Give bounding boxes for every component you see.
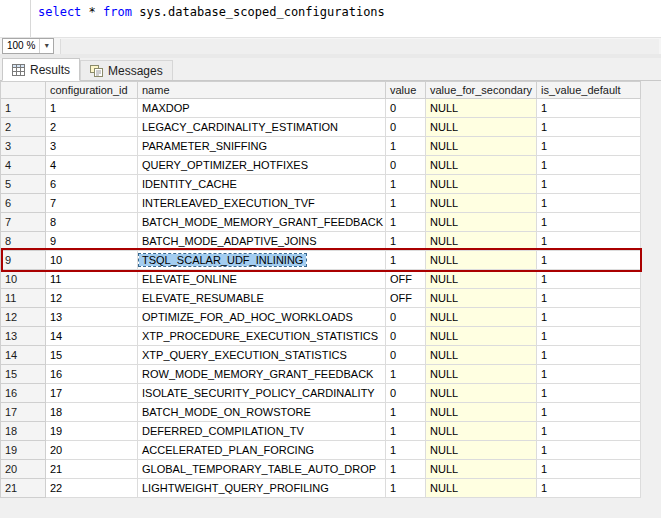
grid-cell[interactable]: NULL <box>426 99 537 118</box>
grid-cell[interactable]: NULL <box>426 422 537 441</box>
grid-cell[interactable]: 22 <box>46 479 138 498</box>
selected-cell-text[interactable]: TSQL_SCALAR_UDF_INLINING <box>139 254 306 266</box>
column-header-value[interactable]: value <box>386 82 426 99</box>
grid-cell[interactable]: 0 <box>386 327 426 346</box>
grid-cell[interactable]: 1 <box>46 99 138 118</box>
row-number[interactable]: 6 <box>1 194 46 213</box>
row-number[interactable]: 9 <box>1 251 46 270</box>
column-header-name[interactable]: name <box>138 82 386 99</box>
grid-cell[interactable]: NULL <box>426 251 537 270</box>
column-header-is-value-default[interactable]: is_value_default <box>537 82 641 99</box>
row-number[interactable]: 4 <box>1 156 46 175</box>
row-number[interactable]: 21 <box>1 479 46 498</box>
grid-cell[interactable]: 1 <box>386 232 426 251</box>
grid-cell[interactable]: 1 <box>386 479 426 498</box>
grid-cell[interactable]: 1 <box>537 270 641 289</box>
row-number[interactable]: 2 <box>1 118 46 137</box>
grid-cell[interactable]: 0 <box>386 118 426 137</box>
grid-cell[interactable]: 1 <box>537 384 641 403</box>
grid-cell[interactable]: GLOBAL_TEMPORARY_TABLE_AUTO_DROP <box>138 460 386 479</box>
grid-cell[interactable]: MAXDOP <box>138 99 386 118</box>
grid-cell[interactable]: 1 <box>537 118 641 137</box>
grid-cell[interactable]: 1 <box>537 213 641 232</box>
grid-cell[interactable]: NULL <box>426 118 537 137</box>
grid-cell[interactable]: NULL <box>426 479 537 498</box>
grid-cell[interactable]: 1 <box>386 137 426 156</box>
grid-cell[interactable]: NULL <box>426 289 537 308</box>
grid-cell[interactable]: ELEVATE_RESUMABLE <box>138 289 386 308</box>
dropdown-arrow-icon[interactable]: ▾ <box>39 39 53 53</box>
grid-cell[interactable]: NULL <box>426 460 537 479</box>
grid-cell[interactable]: 1 <box>386 194 426 213</box>
grid-cell[interactable]: 13 <box>46 308 138 327</box>
grid-cell[interactable]: 11 <box>46 270 138 289</box>
grid-cell[interactable]: 1 <box>386 213 426 232</box>
grid-cell[interactable]: 12 <box>46 289 138 308</box>
grid-cell[interactable]: 15 <box>46 346 138 365</box>
grid-cell[interactable]: NULL <box>426 441 537 460</box>
grid-cell[interactable]: NULL <box>426 346 537 365</box>
horizontal-scrollbar[interactable] <box>60 39 659 54</box>
grid-cell[interactable]: 0 <box>386 99 426 118</box>
grid-cell[interactable]: 1 <box>537 422 641 441</box>
grid-cell[interactable]: ROW_MODE_MEMORY_GRANT_FEEDBACK <box>138 365 386 384</box>
grid-cell[interactable]: 2 <box>46 118 138 137</box>
grid-cell[interactable]: 20 <box>46 441 138 460</box>
grid-cell[interactable]: XTP_PROCEDURE_EXECUTION_STATISTICS <box>138 327 386 346</box>
grid-cell[interactable]: 8 <box>46 213 138 232</box>
grid-cell[interactable]: 1 <box>537 137 641 156</box>
row-number[interactable]: 18 <box>1 422 46 441</box>
grid-cell[interactable]: 1 <box>537 327 641 346</box>
row-number[interactable]: 19 <box>1 441 46 460</box>
query-editor[interactable]: select * from sys.database_scoped_config… <box>0 0 661 37</box>
grid-cell[interactable]: 14 <box>46 327 138 346</box>
row-number[interactable]: 11 <box>1 289 46 308</box>
grid-cell[interactable]: XTP_QUERY_EXECUTION_STATISTICS <box>138 346 386 365</box>
grid-cell[interactable]: 6 <box>46 175 138 194</box>
grid-cell[interactable]: 1 <box>537 232 641 251</box>
row-number[interactable]: 14 <box>1 346 46 365</box>
grid-cell[interactable]: NULL <box>426 213 537 232</box>
grid-cell[interactable]: 1 <box>537 308 641 327</box>
grid-cell[interactable]: 19 <box>46 422 138 441</box>
grid-cell[interactable]: NULL <box>426 137 537 156</box>
grid-cell[interactable]: NULL <box>426 232 537 251</box>
grid-cell[interactable]: 1 <box>537 289 641 308</box>
zoom-selector[interactable]: 100 % ▾ <box>2 38 54 54</box>
grid-cell[interactable]: 4 <box>46 156 138 175</box>
grid-cell[interactable]: 17 <box>46 384 138 403</box>
row-number[interactable]: 15 <box>1 365 46 384</box>
select-all-corner[interactable] <box>1 82 46 99</box>
grid-cell[interactable]: NULL <box>426 270 537 289</box>
column-header-value-for-secondary[interactable]: value_for_secondary <box>426 82 537 99</box>
grid-cell[interactable]: 0 <box>386 346 426 365</box>
grid-cell[interactable]: 1 <box>537 99 641 118</box>
grid-cell[interactable]: ACCELERATED_PLAN_FORCING <box>138 441 386 460</box>
grid-cell[interactable]: 1 <box>537 346 641 365</box>
row-number[interactable]: 7 <box>1 213 46 232</box>
grid-cell[interactable]: 1 <box>386 365 426 384</box>
grid-cell[interactable]: 1 <box>537 441 641 460</box>
grid-cell[interactable]: 3 <box>46 137 138 156</box>
grid-cell[interactable]: 1 <box>386 441 426 460</box>
row-number[interactable]: 8 <box>1 232 46 251</box>
grid-cell[interactable]: 1 <box>537 194 641 213</box>
grid-cell[interactable]: 1 <box>386 460 426 479</box>
grid-cell[interactable]: 0 <box>386 308 426 327</box>
grid-cell[interactable]: 1 <box>386 251 426 270</box>
tab-messages[interactable]: Messages <box>80 60 173 80</box>
grid-cell[interactable]: NULL <box>426 365 537 384</box>
sql-query-line[interactable]: select * from sys.database_scoped_config… <box>38 5 385 19</box>
grid-cell[interactable]: OPTIMIZE_FOR_AD_HOC_WORKLOADS <box>138 308 386 327</box>
grid-cell[interactable]: 1 <box>537 156 641 175</box>
grid-cell[interactable]: NULL <box>426 403 537 422</box>
grid-cell[interactable]: 10 <box>46 251 138 270</box>
grid-cell[interactable]: 1 <box>386 175 426 194</box>
grid-cell[interactable]: ISOLATE_SECURITY_POLICY_CARDINALITY <box>138 384 386 403</box>
grid-cell[interactable]: INTERLEAVED_EXECUTION_TVF <box>138 194 386 213</box>
row-number[interactable]: 10 <box>1 270 46 289</box>
grid-cell[interactable]: BATCH_MODE_ADAPTIVE_JOINS <box>138 232 386 251</box>
grid-cell[interactable]: ELEVATE_ONLINE <box>138 270 386 289</box>
grid-cell[interactable]: 1 <box>537 251 641 270</box>
grid-cell[interactable]: BATCH_MODE_MEMORY_GRANT_FEEDBACK <box>138 213 386 232</box>
